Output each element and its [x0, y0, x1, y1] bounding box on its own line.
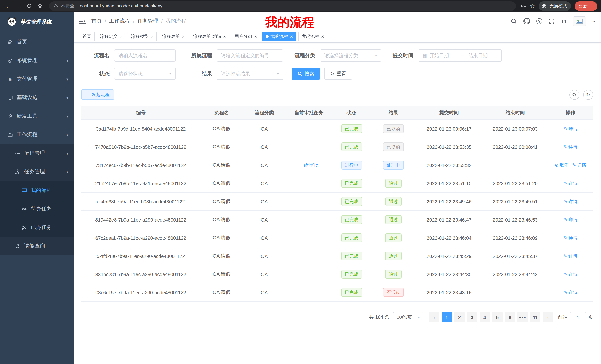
sidebar-item-todo-tasks[interactable]: 待办任务 [0, 200, 74, 218]
sidebar-item-process-mgmt[interactable]: 流程管理 ▾ [0, 144, 74, 163]
sidebar-item-leave-query[interactable]: 请假查询 [0, 237, 74, 255]
status-tag: 已完成 [341, 215, 362, 224]
tab[interactable]: 用户分组 × [231, 31, 260, 41]
bookmark-star-icon[interactable]: ☆ [530, 3, 535, 9]
current-task-link[interactable]: 一级审批 [299, 162, 319, 168]
password-key-icon[interactable] [520, 3, 526, 9]
pager-page-3[interactable]: 3 [467, 312, 477, 322]
row-current-task [286, 284, 332, 301]
next-page-button[interactable]: › [543, 312, 553, 322]
detail-action-link[interactable]: ✎详情 [564, 289, 577, 296]
app-logo[interactable]: 芋道管理系统 [0, 12, 74, 33]
sidebar-item-infra[interactable]: 基础设施 ▾ [0, 88, 74, 107]
sidebar-item-task-mgmt[interactable]: 任务管理 ▴ [0, 163, 74, 181]
tab-close-icon[interactable]: × [254, 34, 257, 39]
tab[interactable]: 流程模型 × [128, 31, 157, 41]
row-status: 已完成 [332, 284, 371, 301]
detail-action-link[interactable]: ✎详情 [564, 271, 577, 277]
table-row: 331bc281-7b9a-11ec-a290-acde48001122 OA … [81, 265, 593, 284]
font-size-icon[interactable]: TT [561, 18, 566, 24]
tab-label: 我的流程 [270, 33, 288, 39]
tab-close-icon[interactable]: × [290, 34, 293, 39]
row-category: OA [243, 192, 286, 211]
row-process-name: OA 请假 [200, 284, 243, 301]
process-name-input[interactable] [114, 49, 176, 62]
url-bar[interactable]: 不安全 dashboard.yudao.iocoder.cn/bpm/task/… [49, 1, 516, 10]
sidebar-item-done-tasks[interactable]: 已办任务 [0, 218, 74, 237]
row-result: 通过 [371, 211, 416, 229]
prev-page-button[interactable]: ‹ [429, 312, 440, 322]
tab[interactable]: 我的流程 × [262, 31, 296, 41]
sidebar-item-devtools[interactable]: 研发工具 ▾ [0, 107, 74, 125]
goto-page-input[interactable] [570, 312, 586, 322]
tab-close-icon[interactable]: × [223, 34, 226, 39]
sidebar-item-my-process[interactable]: 我的流程 [0, 181, 74, 200]
breadcrumb-workflow[interactable]: 工作流程 [109, 18, 130, 25]
tab[interactable]: 流程定义 × [97, 31, 126, 41]
tab-close-icon[interactable]: × [321, 34, 324, 39]
category-select[interactable]: 请选择流程分类 ▾ [320, 49, 381, 62]
detail-action-link[interactable]: ✎详情 [564, 235, 577, 241]
row-id: 67c2eaab-7b9a-11ec-a290-acde48001122 [81, 229, 200, 247]
tab-close-icon[interactable]: × [182, 34, 184, 39]
warning-icon [53, 4, 58, 8]
sidebar-item-workflow[interactable]: 工作流程 ▴ [0, 125, 74, 144]
pager-more[interactable]: ●●● [517, 312, 528, 322]
detail-action-link[interactable]: ✎详情 [564, 198, 577, 205]
toggle-search-button[interactable] [570, 90, 580, 100]
home-button[interactable] [35, 1, 45, 11]
breadcrumb-current: 我的流程 [165, 18, 186, 25]
pager-page-6[interactable]: 6 [505, 312, 515, 322]
status-select[interactable]: 请选择状态 ▾ [114, 67, 176, 80]
create-process-button[interactable]: ＋ 发起流程 [81, 89, 114, 100]
detail-action-link[interactable]: ✎详情 [564, 126, 577, 132]
url-text[interactable]: dashboard.yudao.iocoder.cn/bpm/task/my [80, 3, 162, 9]
user-menu-caret-icon[interactable]: ▾ [593, 19, 595, 23]
goto-label: 前往 [558, 314, 568, 321]
search-icon[interactable] [511, 18, 517, 24]
sidebar-item-home[interactable]: 首页 [0, 33, 74, 51]
detail-action-link[interactable]: ✎详情 [572, 162, 586, 168]
pager-page-4[interactable]: 4 [480, 312, 490, 322]
submit-time-range-picker[interactable]: ▦ 开始日期 - 结束日期 [418, 49, 502, 62]
tab[interactable]: 发起流程 × [298, 31, 327, 41]
update-button[interactable]: 更新 ⋮ [575, 1, 597, 10]
pager-page-1[interactable]: 1 [442, 312, 452, 322]
tab-close-icon[interactable]: × [151, 34, 153, 39]
refresh-table-button[interactable]: ↻ [583, 90, 593, 100]
breadcrumb-task-mgmt[interactable]: 任务管理 [137, 18, 158, 25]
menu-kebab-icon[interactable]: ⋮ [590, 3, 594, 9]
breadcrumb-home[interactable]: 首页 [91, 18, 102, 25]
process-definition-input[interactable] [217, 49, 283, 62]
result-tag: 通过 [385, 215, 401, 224]
sidebar-item-payment[interactable]: ¥ 支付管理 ▾ [0, 70, 74, 88]
reload-button[interactable] [25, 1, 34, 11]
result-select[interactable]: 请选择流结果 ▾ [217, 67, 283, 80]
fullscreen-icon[interactable] [549, 18, 554, 24]
detail-action-link[interactable]: ✎详情 [564, 253, 577, 259]
pager-page-2[interactable]: 2 [454, 312, 465, 322]
tab[interactable]: 流程表单 × [159, 31, 188, 41]
pager-page-11[interactable]: 11 [530, 312, 541, 322]
cancel-action-link[interactable]: ⊘取消 [555, 162, 569, 168]
search-button[interactable]: 搜索 [291, 67, 320, 80]
pager-page-5[interactable]: 5 [492, 312, 502, 322]
row-current-task [286, 138, 332, 156]
reset-button[interactable]: ↻ 重置 [324, 67, 352, 80]
tab[interactable]: 流程表单-编辑 × [190, 31, 229, 41]
forward-button[interactable]: → [14, 1, 24, 11]
avatar[interactable] [573, 16, 586, 26]
process-definition-label: 所属流程 [184, 52, 212, 59]
sidebar-toggle-icon[interactable] [74, 18, 91, 24]
detail-action-link[interactable]: ✎详情 [564, 180, 577, 186]
detail-action-link[interactable]: ✎详情 [564, 144, 577, 150]
tab-close-icon[interactable]: × [120, 34, 122, 39]
sidebar-item-system[interactable]: 系统管理 ▾ [0, 51, 74, 70]
detail-action-link[interactable]: ✎详情 [564, 217, 577, 223]
github-icon[interactable] [523, 18, 530, 25]
help-icon[interactable]: ? [536, 18, 542, 24]
tab[interactable]: 首页 [79, 31, 95, 41]
page-size-select[interactable]: 10条/页 ▾ [393, 312, 423, 322]
back-button[interactable]: ← [4, 1, 13, 11]
security-label[interactable]: 不安全 [61, 3, 74, 9]
